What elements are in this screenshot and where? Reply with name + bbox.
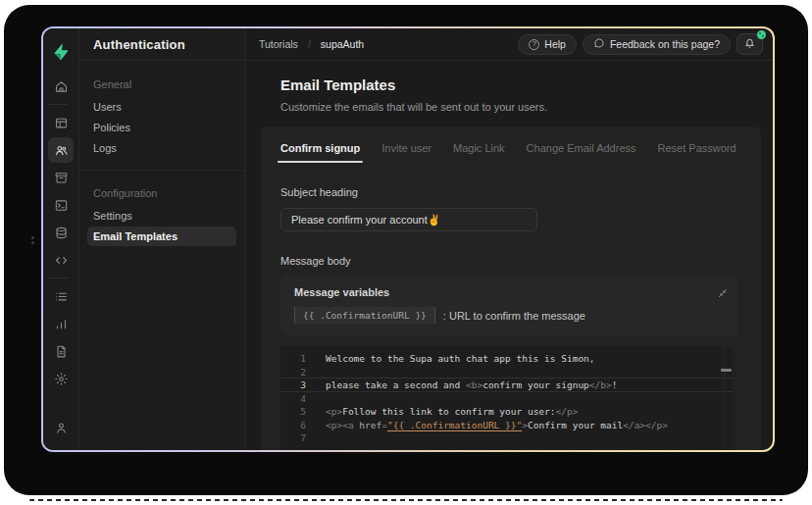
breadcrumb-tutorials[interactable]: Tutorials	[259, 38, 298, 50]
logs-list-icon[interactable]	[48, 283, 74, 309]
storage-icon[interactable]	[48, 165, 74, 190]
table-editor-icon[interactable]	[48, 110, 74, 135]
supabase-bolt-icon[interactable]	[52, 36, 70, 68]
code-line: <p>Follow this link to confirm your user…	[326, 405, 733, 419]
database-icon[interactable]	[48, 220, 74, 245]
page-content: Email Templates Customize the emails tha…	[245, 61, 773, 450]
sidebar-section-label: General	[87, 74, 236, 96]
chat-bubble-icon	[593, 37, 605, 51]
sidebar-title: Authentication	[79, 28, 244, 61]
page-head: Email Templates Customize the emails tha…	[280, 76, 765, 113]
breadcrumb-supaauth[interactable]: supaAuth	[321, 38, 364, 50]
collapse-panel-button[interactable]	[718, 284, 728, 302]
help-button[interactable]: ? Help	[518, 34, 577, 55]
sidebar-item-policies[interactable]: Policies	[87, 118, 236, 137]
editor-code[interactable]: Welcome to the Supa auth chat app this i…	[314, 347, 733, 450]
code-line	[326, 431, 733, 445]
code-line: Welcome to the Supa auth chat app this i…	[326, 352, 733, 366]
app-window: Authentication GeneralUsersPoliciesLogsC…	[41, 26, 775, 452]
variable-row: {{ .ConfirmationURL }} : URL to confirm …	[294, 307, 725, 324]
editor-line-numbers: 1234567	[280, 347, 314, 450]
line-number: 1	[280, 352, 306, 366]
code-line: please take a second and <b>confirm your…	[326, 379, 733, 392]
tab-magic-link[interactable]: Magic Link	[453, 142, 505, 163]
tab-confirm-signup[interactable]: Confirm signup	[280, 142, 360, 163]
sidebar-item-users[interactable]: Users	[87, 97, 236, 117]
help-button-label: Help	[544, 38, 566, 50]
api-code-icon[interactable]	[48, 247, 74, 273]
code-line	[326, 366, 733, 379]
subject-heading-label: Subject heading	[280, 186, 741, 198]
message-variables-panel: Message variables {{ .ConfirmationURL }}…	[280, 276, 738, 335]
supabase-app: Authentication GeneralUsersPoliciesLogsC…	[43, 28, 773, 450]
backdrop-bottom-artifact	[29, 499, 783, 501]
page-title: Email Templates	[280, 76, 765, 93]
breadcrumb: Tutorials/supaAuth	[259, 38, 364, 50]
subject-heading-input[interactable]	[280, 208, 537, 231]
settings-gear-icon[interactable]	[48, 366, 74, 391]
topbar-actions: ? Help Feedback on this page?	[518, 33, 763, 55]
message-variables-title: Message variables	[294, 286, 725, 298]
sidebar-section-label: Configuration	[87, 182, 236, 205]
template-tabs: Confirm signupInvite userMagic LinkChang…	[280, 142, 741, 163]
notifications-button[interactable]	[736, 33, 763, 55]
auth-users-icon[interactable]	[48, 137, 74, 163]
code-line	[326, 392, 733, 406]
breadcrumb-separator: /	[308, 38, 311, 50]
line-number: 6	[280, 419, 306, 432]
rail-divider	[48, 104, 68, 105]
tab-reset-password[interactable]: Reset Password	[658, 142, 736, 163]
tab-invite-user[interactable]: Invite user	[381, 142, 431, 163]
topbar: Tutorials/supaAuth ? Help Feedback on th…	[245, 28, 773, 61]
line-number: 7	[280, 431, 306, 445]
bell-icon	[743, 36, 756, 52]
auth-sidebar: Authentication GeneralUsersPoliciesLogsC…	[79, 28, 245, 450]
notification-status-dot	[757, 30, 766, 39]
home-icon[interactable]	[48, 74, 74, 99]
reports-chart-icon[interactable]	[48, 311, 74, 336]
confirmation-url-chip: {{ .ConfirmationURL }}	[294, 307, 435, 324]
docs-file-icon[interactable]	[48, 338, 74, 364]
rail-divider	[48, 278, 68, 278]
sidebar-item-logs[interactable]: Logs	[87, 138, 236, 158]
sidebar-nav: GeneralUsersPoliciesLogsConfigurationSet…	[79, 61, 244, 260]
sql-terminal-icon[interactable]	[48, 192, 74, 218]
backdrop-grip-dots	[31, 236, 34, 239]
message-body-editor[interactable]: 1234567 Welcome to the Supa auth chat ap…	[280, 347, 733, 450]
feedback-button[interactable]: Feedback on this page?	[583, 34, 731, 55]
icon-rail	[43, 28, 79, 450]
code-line: <p><a href="{{ .ConfirmationURL }}">Conf…	[326, 419, 733, 432]
line-number: 5	[280, 405, 306, 419]
feedback-button-label: Feedback on this page?	[610, 38, 720, 50]
line-number: 4	[280, 392, 306, 406]
tab-change-email-address[interactable]: Change Email Address	[527, 142, 636, 163]
main-area: Tutorials/supaAuth ? Help Feedback on th…	[245, 28, 773, 450]
variable-description: : URL to confirm the message	[443, 310, 585, 322]
email-template-panel: Confirm signupInvite userMagic LinkChang…	[261, 126, 761, 450]
sidebar-item-email-templates[interactable]: Email Templates	[87, 227, 236, 246]
sidebar-item-settings[interactable]: Settings	[87, 206, 236, 226]
line-number: 2	[280, 366, 306, 379]
sidebar-divider	[79, 170, 244, 171]
message-body-label: Message body	[280, 255, 741, 267]
page-subtitle: Customize the emails that will be sent o…	[280, 101, 765, 113]
help-circle-icon: ?	[529, 39, 539, 50]
account-user-icon[interactable]	[48, 415, 74, 440]
